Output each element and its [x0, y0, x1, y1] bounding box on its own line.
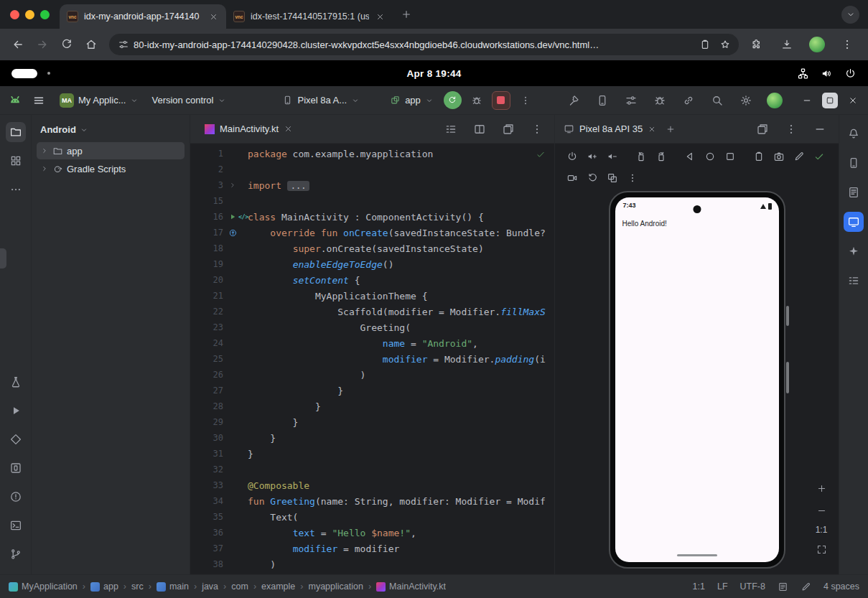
compose-preview-icon[interactable]: </> — [238, 213, 248, 220]
gemini-icon[interactable] — [844, 241, 864, 261]
rerun-button[interactable] — [444, 91, 462, 109]
code-line[interactable]: 37 modifier = modifier — [190, 541, 554, 556]
zoom-window-button[interactable] — [40, 10, 50, 19]
downloads-icon[interactable] — [776, 34, 798, 55]
code-line[interactable]: 24 name = "Android", — [190, 335, 554, 351]
power-icon[interactable] — [844, 67, 857, 80]
file-encoding[interactable]: UTF-8 — [740, 581, 765, 592]
resource-manager-icon[interactable] — [6, 151, 26, 171]
code-line[interactable]: 22 Scaffold(modifier = Modifier.fillMaxS — [190, 304, 554, 319]
device-selector[interactable]: Pixel 8a A... — [277, 93, 365, 108]
code-line[interactable]: 27 } — [190, 383, 554, 398]
site-info-icon[interactable] — [118, 39, 129, 50]
android-back-button[interactable] — [681, 148, 699, 165]
caret-position[interactable]: 1:1 — [693, 581, 705, 592]
breadcrumb-item[interactable]: app — [90, 581, 118, 592]
code-line[interactable]: 2 — [190, 162, 554, 177]
bookmark-star-icon[interactable] — [716, 35, 734, 54]
browser-menu-button[interactable] — [836, 34, 858, 55]
terminal-icon[interactable] — [6, 515, 26, 536]
expand-chevron-icon[interactable] — [40, 164, 49, 173]
device-explorer-icon[interactable] — [844, 153, 864, 173]
code-line[interactable]: 36 text = "Hello $name!", — [190, 525, 554, 541]
home-button[interactable] — [80, 34, 102, 55]
desktop-clock[interactable]: Apr 8 19:44 — [0, 68, 868, 79]
project-tree-item-app[interactable]: app — [37, 142, 185, 159]
tab-close-icon[interactable] — [375, 11, 386, 22]
search-everywhere-icon[interactable] — [707, 90, 727, 111]
notifications-icon[interactable] — [844, 123, 864, 144]
extensions-icon[interactable] — [746, 34, 767, 55]
more-tool-windows-icon[interactable] — [6, 179, 26, 200]
editor-tab-mainactivity[interactable]: MainActivity.kt — [197, 115, 300, 143]
volume-down-button[interactable] — [604, 148, 621, 165]
android-overview-button[interactable] — [722, 148, 739, 165]
running-devices-tab-title[interactable]: Pixel 8a API 35 — [579, 123, 643, 134]
close-window-button[interactable] — [10, 10, 19, 19]
zoom-out-button[interactable] — [813, 503, 829, 518]
close-device-tab-icon[interactable] — [648, 125, 656, 134]
tab-search-button[interactable] — [841, 6, 859, 24]
code-line[interactable]: 34fun Greeting(name: String, modifier: M… — [190, 493, 554, 509]
code-line[interactable]: 17 override fun onCreate(savedInstanceSt… — [190, 225, 554, 240]
breadcrumb-item[interactable]: com — [231, 581, 248, 592]
code-line[interactable]: 33@Composable — [190, 477, 554, 493]
minimize-button[interactable] — [799, 93, 815, 108]
reset-view-button[interactable] — [584, 169, 601, 187]
run-tool-icon[interactable] — [6, 401, 26, 421]
close-button[interactable] — [845, 93, 861, 108]
breadcrumb-item[interactable]: MainActivity.kt — [376, 581, 446, 592]
project-view-selector[interactable]: Android — [32, 118, 190, 141]
rotate-right-button[interactable] — [653, 148, 670, 165]
breadcrumb-item[interactable]: main — [157, 581, 189, 592]
breadcrumb-item[interactable]: example — [261, 581, 295, 592]
line-separator[interactable]: LF — [717, 581, 728, 592]
new-tab-button[interactable] — [397, 5, 416, 24]
browser-tab[interactable]: vncidx-test-1744140517915:1 (us — [226, 4, 393, 29]
expand-chevron-icon[interactable] — [40, 146, 49, 155]
zoom-in-button[interactable] — [813, 480, 829, 496]
restore-button[interactable] — [822, 93, 838, 108]
fold-region-icon[interactable] — [228, 181, 237, 190]
stop-button[interactable] — [492, 91, 510, 110]
breadcrumb-item[interactable]: src — [131, 581, 144, 592]
user-avatar[interactable] — [765, 90, 785, 111]
logcat-icon[interactable] — [844, 182, 864, 202]
power-button[interactable] — [564, 148, 581, 165]
device-manager-tool-icon[interactable] — [6, 458, 26, 478]
code-line[interactable]: 20 setContent { — [190, 272, 554, 288]
build-variants-icon[interactable] — [621, 90, 641, 111]
code-line[interactable]: 19 enableEdgeToEdge() — [190, 256, 554, 272]
device-manager-icon[interactable] — [592, 90, 612, 111]
minimize-window-button[interactable] — [25, 10, 34, 19]
forward-button[interactable] — [32, 34, 53, 55]
code-line[interactable]: 16</>class MainActivity : ComponentActiv… — [190, 209, 554, 225]
hardware-input-button[interactable] — [790, 148, 808, 165]
device-ready-icon[interactable] — [811, 148, 828, 165]
code-line[interactable]: 35 Text( — [190, 509, 554, 525]
network-icon[interactable] — [797, 67, 809, 80]
code-editor[interactable]: 1package com.example.myapplication23impo… — [190, 144, 554, 574]
code-line[interactable]: 21 MyApplicationTheme { — [190, 288, 554, 304]
tool-window-drag-handle[interactable] — [0, 248, 6, 268]
settings-icon[interactable] — [736, 90, 756, 111]
code-line[interactable]: 29 } — [190, 414, 554, 430]
app-quality-insights-icon[interactable] — [6, 372, 26, 392]
code-line[interactable]: 32 — [190, 462, 554, 477]
volume-up-button[interactable] — [584, 148, 601, 165]
highlight-list-icon[interactable] — [441, 119, 461, 139]
screenshot-button[interactable] — [750, 148, 767, 165]
split-editor-icon[interactable] — [470, 119, 490, 139]
zoom-level-label[interactable]: 1:1 — [816, 525, 828, 535]
version-control-icon[interactable] — [6, 544, 26, 564]
display-mode-button[interactable] — [604, 169, 621, 187]
tab-close-icon[interactable] — [208, 11, 219, 22]
more-run-actions-button[interactable] — [515, 90, 536, 111]
file-writable-icon[interactable] — [801, 581, 811, 592]
code-line[interactable]: 3import ... — [190, 177, 554, 193]
code-line[interactable]: 23 Greeting( — [190, 319, 554, 335]
build-variants-tool-icon[interactable] — [6, 429, 26, 449]
build-icon[interactable] — [564, 90, 584, 111]
indent-setting[interactable]: 4 spaces — [823, 581, 859, 592]
code-line[interactable]: 1package com.example.myapplication — [190, 146, 554, 162]
